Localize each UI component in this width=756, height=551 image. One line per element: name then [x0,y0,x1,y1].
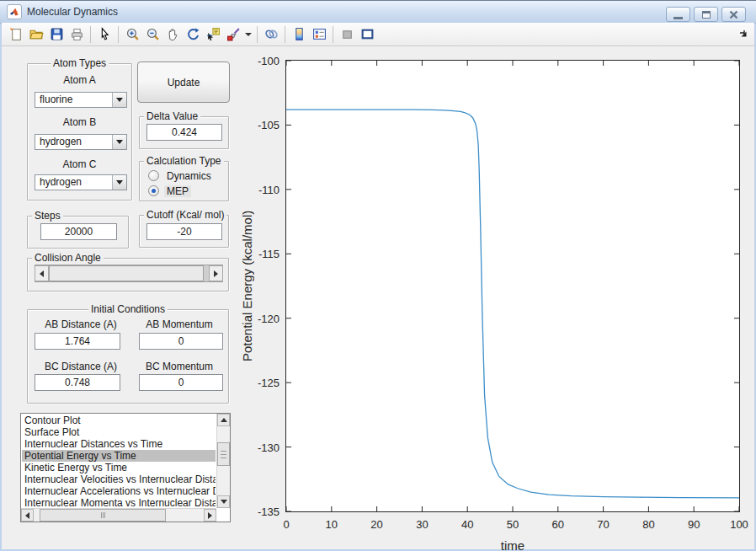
x-tick-label: 20 [370,518,382,531]
atom-a-dropdown-button[interactable] [112,93,126,107]
save-figure-button[interactable] [46,24,67,45]
delta-value-field[interactable]: 0.424 [146,124,222,141]
triangle-left-icon [40,270,44,277]
insert-legend-button[interactable] [309,24,329,45]
x-tick-label: 100 [730,518,748,531]
scroll-left-button[interactable] [21,509,34,522]
collision-angle-slider[interactable] [35,265,223,282]
plot-type-listbox[interactable]: Contour PlotSurface PlotInternuclear Dis… [20,413,231,522]
list-item[interactable]: Contour Plot [22,415,216,426]
horizontal-scroll-thumb[interactable] [40,509,166,522]
list-item[interactable]: Potential Energy vs Time [22,450,216,462]
y-tick-label: -130 [244,441,280,453]
list-item[interactable]: Surface Plot [22,426,216,438]
printer-icon [70,27,84,41]
bc-distance-field[interactable]: 0.748 [35,374,120,391]
insert-colorbar-button[interactable] [289,24,309,45]
scroll-down-button[interactable] [217,495,230,508]
colorbar-icon [292,27,306,41]
bc-distance-label: BC Distance (A) [35,361,127,372]
cutoff-field[interactable]: -20 [146,223,222,240]
rotate-3d-button[interactable] [183,24,203,45]
cutoff-panel: Cutoff (Kcal/ mol) -20 [139,215,229,248]
potential-energy-line-chart [286,61,739,511]
list-item[interactable]: Internuclear Accelerations vs Internucle… [22,485,216,497]
chevron-down-icon [116,98,123,102]
steps-title: Steps [32,210,63,222]
edit-plot-button[interactable] [94,24,114,45]
save-floppy-icon [50,27,64,41]
zoom-out-icon [146,27,160,41]
pointer-arrow-icon [98,27,112,41]
zoom-in-button[interactable] [122,24,142,45]
toolbar-separator [90,26,91,43]
zoom-out-button[interactable] [142,24,162,45]
slider-right-arrow[interactable] [209,265,223,281]
atom-a-dropdown[interactable]: fluorine [35,92,127,108]
minimize-icon [673,17,683,19]
show-plot-tools-button[interactable] [357,24,377,45]
list-item[interactable]: Internuclear Velocities vs Internuclear … [22,473,216,485]
mep-radio[interactable] [148,185,159,196]
ab-distance-field[interactable]: 1.764 [35,333,120,350]
y-tick-label: -110 [244,183,280,195]
close-button[interactable] [721,7,746,22]
link-plot-button[interactable] [261,24,281,45]
toolbar-overflow-icon[interactable] [739,29,748,38]
minimize-button[interactable] [666,7,690,22]
vertical-scroll-thumb[interactable] [217,442,230,466]
triangle-up-icon [221,418,227,422]
atom-b-dropdown-button[interactable] [112,135,126,149]
listbox-horizontal-scrollbar[interactable] [21,508,216,522]
pan-hand-icon [166,27,180,41]
x-tick-label: 50 [507,518,519,531]
maximize-button[interactable] [694,7,718,22]
dynamics-radio[interactable] [148,170,159,181]
thumb-grip-icon [221,451,226,452]
x-tick-label: 0 [283,518,289,531]
x-tick-label: 90 [688,518,700,531]
delta-value-title: Delta Value [144,110,200,122]
list-item[interactable]: Internuclear Momenta vs Internuclear Dis… [22,497,216,507]
atom-b-label: Atom B [28,116,131,128]
atom-c-label: Atom C [28,158,131,170]
hide-plot-tools-icon [340,27,354,41]
hide-plot-tools-button[interactable] [337,24,357,45]
plot-axes[interactable]: time Potential Energy (kcal/mol) 0102030… [285,60,740,512]
update-button[interactable]: Update [137,62,230,103]
list-item[interactable]: Internuclear Distances vs Time [22,438,216,450]
collision-angle-panel: Collision Angle [27,258,229,292]
new-figure-button[interactable] [6,24,26,45]
atom-b-dropdown[interactable]: hydrogen [35,134,127,150]
print-figure-button[interactable] [67,24,87,45]
mep-radio-label: MEP [164,185,191,197]
triangle-left-icon [25,512,29,519]
scroll-right-button[interactable] [204,509,216,522]
collision-angle-title: Collision Angle [32,252,104,264]
slider-thumb[interactable] [49,265,204,281]
chevron-down-icon [116,180,123,185]
mep-radio-row[interactable]: MEP [148,185,191,197]
open-file-button[interactable] [26,24,46,45]
listbox-vertical-scrollbar[interactable] [216,414,230,508]
data-cursor-button[interactable] [203,24,223,45]
matlab-logo-icon [7,4,22,19]
thumb-grip-icon [221,454,226,455]
slider-left-arrow[interactable] [35,265,49,281]
bc-momentum-field[interactable]: 0 [139,374,223,391]
ab-distance-label: AB Distance (A) [35,318,127,330]
scroll-up-button[interactable] [217,414,230,426]
pan-button[interactable] [162,24,183,45]
atom-types-panel: Atom Types Atom A fluorine Atom B hydrog… [27,63,132,201]
toolbar-separator [257,26,258,43]
brush-dropdown-caret-icon[interactable] [245,33,252,36]
atom-c-dropdown-button[interactable] [112,175,126,190]
brush-data-button[interactable] [223,24,243,45]
ab-momentum-field[interactable]: 0 [139,333,223,350]
update-button-label: Update [168,77,200,88]
initial-conditions-title: Initial Conditions [88,303,168,315]
dynamics-radio-row[interactable]: Dynamics [148,169,214,182]
steps-field[interactable]: 20000 [40,223,117,240]
list-item[interactable]: Kinetic Energy vs Time [22,462,216,473]
atom-c-dropdown[interactable]: hydrogen [35,174,127,190]
